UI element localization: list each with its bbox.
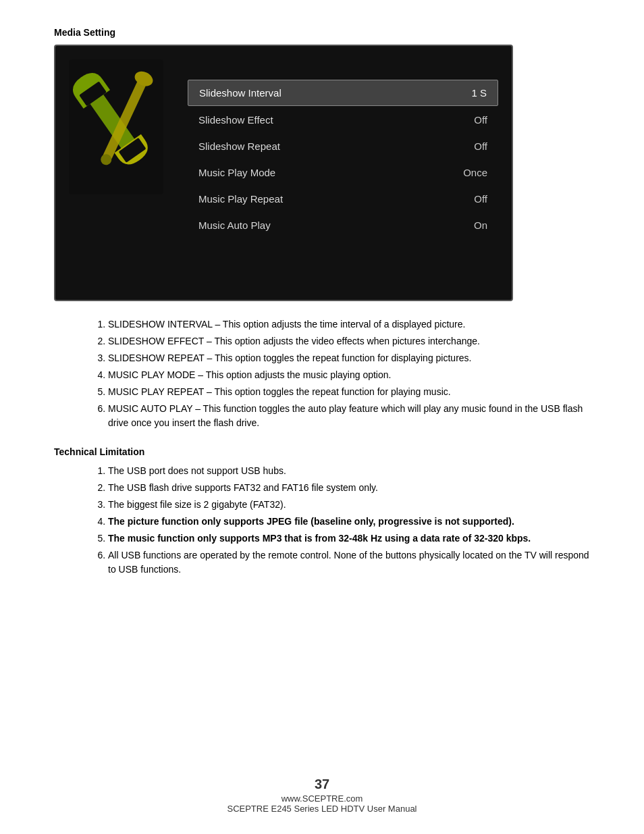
menu-value-3: Once bbox=[463, 167, 487, 178]
tech-item-6: All USB functions are operated by the re… bbox=[108, 548, 590, 577]
menu-value-4: Off bbox=[474, 193, 487, 205]
menu-value-0: 1 S bbox=[471, 87, 487, 99]
menu-label-2: Slideshow Repeat bbox=[198, 140, 280, 152]
tech-item-3: The biggest file size is 2 gigabyte (FAT… bbox=[108, 498, 590, 512]
tool-icon-area bbox=[69, 59, 177, 208]
slideshow-item-3: SLIDESHOW REPEAT – This option toggles t… bbox=[108, 351, 590, 365]
slideshow-list: SLIDESHOW INTERVAL – This option adjusts… bbox=[95, 317, 590, 430]
menu-value-5: On bbox=[474, 219, 487, 231]
media-setting-title: Media Setting bbox=[54, 27, 590, 38]
tech-item-4: The picture function only supports JPEG … bbox=[108, 515, 590, 529]
slideshow-item-2: SLIDESHOW EFFECT – This option adjusts t… bbox=[108, 334, 590, 348]
tech-item-1: The USB port does not support USB hubs. bbox=[108, 464, 590, 478]
footer-model: SCEPTRE E245 Series LED HDTV User Manual bbox=[227, 804, 417, 814]
tech-list: The USB port does not support USB hubs.T… bbox=[95, 464, 590, 577]
menu-panel: Slideshow Interval1 SSlideshow EffectOff… bbox=[188, 80, 498, 239]
tech-item-5: The music function only supports MP3 tha… bbox=[108, 531, 590, 546]
slideshow-item-4: MUSIC PLAY MODE – This option adjusts th… bbox=[108, 368, 590, 382]
menu-label-5: Music Auto Play bbox=[198, 219, 271, 231]
slideshow-item-1: SLIDESHOW INTERVAL – This option adjusts… bbox=[108, 317, 590, 332]
menu-label-3: Music Play Mode bbox=[198, 167, 275, 178]
svg-rect-6 bbox=[69, 59, 163, 194]
slideshow-item-5: MUSIC PLAY REPEAT – This option toggles … bbox=[108, 385, 590, 399]
technical-limitation-title: Technical Limitation bbox=[54, 446, 590, 457]
menu-row-4: Music Play RepeatOff bbox=[188, 186, 498, 211]
menu-value-2: Off bbox=[474, 140, 487, 152]
menu-label-1: Slideshow Effect bbox=[198, 114, 273, 126]
tv-screen: Slideshow Interval1 SSlideshow EffectOff… bbox=[54, 45, 513, 301]
menu-row-3: Music Play ModeOnce bbox=[188, 160, 498, 185]
tech-item-2: The USB flash drive supports FAT32 and F… bbox=[108, 481, 590, 495]
menu-row-1: Slideshow EffectOff bbox=[188, 107, 498, 132]
slideshow-item-6: MUSIC AUTO PLAY – This function toggles … bbox=[108, 402, 590, 430]
menu-row-0: Slideshow Interval1 S bbox=[188, 80, 498, 106]
footer: 37 www.SCEPTRE.com SCEPTRE E245 Series L… bbox=[0, 777, 644, 814]
page-number: 37 bbox=[0, 777, 644, 792]
menu-value-1: Off bbox=[474, 114, 487, 126]
menu-row-5: Music Auto PlayOn bbox=[188, 213, 498, 238]
menu-label-4: Music Play Repeat bbox=[198, 193, 283, 205]
menu-row-2: Slideshow RepeatOff bbox=[188, 134, 498, 159]
footer-website: www.SCEPTRE.com bbox=[281, 793, 363, 804]
menu-label-0: Slideshow Interval bbox=[199, 87, 281, 99]
